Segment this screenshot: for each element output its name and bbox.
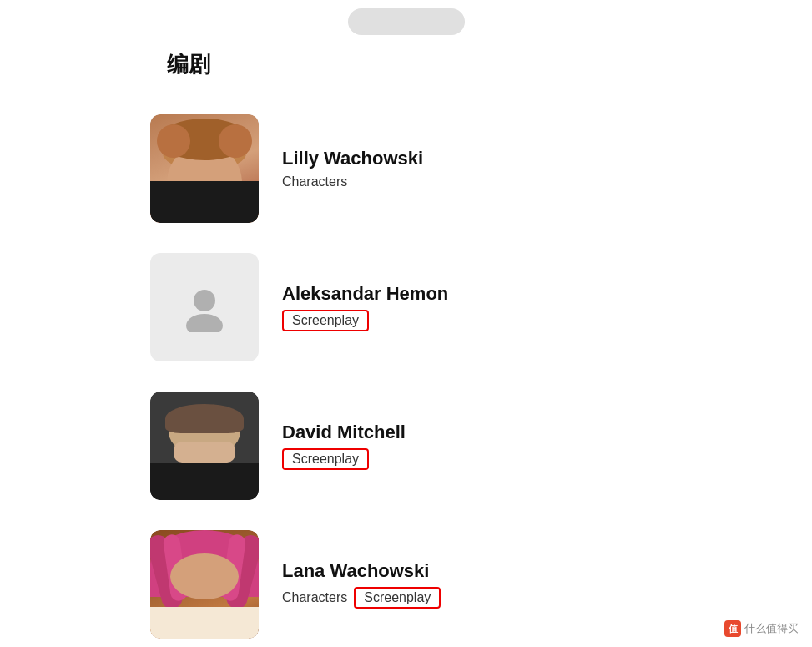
person-name: Lana Wachowski [282, 560, 441, 582]
person-name: Aleksandar Hemon [282, 283, 448, 305]
screenplay-badge: Screenplay [354, 587, 441, 609]
crew-list: Lilly Wachowski Characters Aleksandar He… [0, 99, 812, 647]
crew-item: Aleksandar Hemon Screenplay [150, 238, 812, 377]
person-roles: Screenplay [282, 310, 448, 331]
watermark: 值 什么值得买 [724, 620, 799, 637]
crew-item: Lana Wachowski Characters Screenplay [150, 515, 812, 647]
top-pill [348, 8, 465, 35]
crew-item: David Mitchell Screenplay [150, 377, 812, 515]
person-info: David Mitchell Screenplay [282, 422, 406, 470]
screenplay-badge: Screenplay [282, 310, 369, 331]
avatar [150, 392, 259, 500]
svg-point-1 [186, 314, 223, 332]
person-info: Lilly Wachowski Characters [282, 148, 423, 190]
role-text: Characters [282, 174, 347, 190]
person-roles: Characters Screenplay [282, 587, 441, 609]
avatar [150, 114, 259, 223]
avatar [150, 530, 259, 639]
screenplay-badge: Screenplay [282, 448, 369, 470]
crew-item: Lilly Wachowski Characters [150, 99, 812, 238]
person-placeholder-icon [179, 282, 229, 332]
section-title: 编剧 [167, 50, 812, 79]
person-name: David Mitchell [282, 422, 406, 443]
avatar-placeholder [150, 253, 259, 361]
watermark-text: 什么值得买 [744, 621, 799, 636]
watermark-icon: 值 [724, 620, 741, 637]
person-roles: Screenplay [282, 448, 406, 470]
role-text: Characters [282, 590, 347, 605]
person-name: Lilly Wachowski [282, 148, 423, 169]
top-bar [0, 0, 812, 50]
person-info: Aleksandar Hemon Screenplay [282, 283, 448, 331]
person-info: Lana Wachowski Characters Screenplay [282, 560, 441, 609]
svg-point-0 [194, 290, 215, 311]
person-roles: Characters [282, 174, 423, 190]
